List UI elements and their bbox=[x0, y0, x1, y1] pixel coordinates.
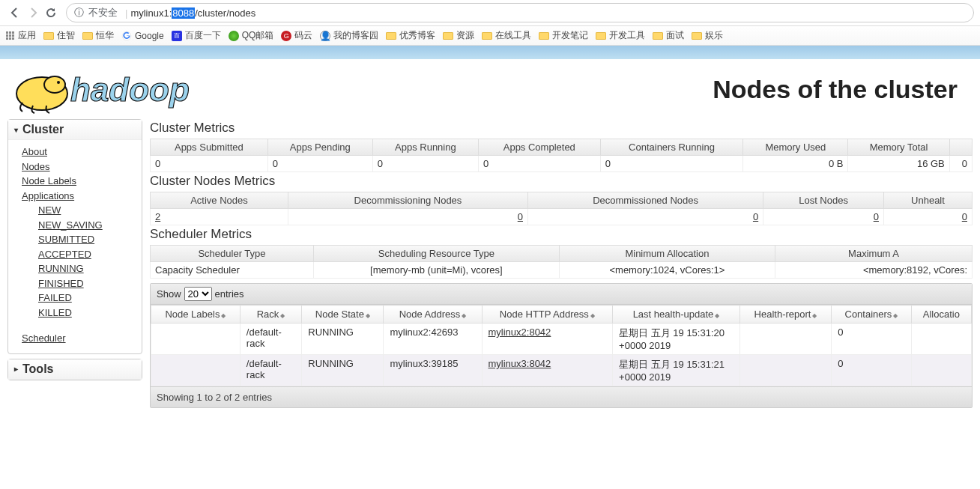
th[interactable]: Apps Completed bbox=[479, 139, 601, 156]
lost-nodes-link[interactable]: 0 bbox=[874, 211, 879, 222]
th[interactable]: Apps Submitted bbox=[150, 139, 268, 156]
hadoop-logo[interactable]: hadoop bbox=[7, 64, 232, 115]
sort-icon: ◆ bbox=[462, 312, 466, 319]
th[interactable]: Memory Total bbox=[848, 139, 949, 156]
th-containers[interactable]: Containers◆ bbox=[832, 306, 912, 324]
bookmark-item[interactable]: 住智 bbox=[43, 29, 75, 42]
url-bar[interactable]: ⓘ 不安全 | mylinux1:8088/cluster/nodes bbox=[66, 3, 974, 22]
td bbox=[151, 355, 241, 386]
bookmark-item[interactable]: 👤我的博客园 bbox=[320, 29, 378, 42]
sort-icon: ◆ bbox=[715, 312, 719, 319]
nav-link-app-finished[interactable]: FINISHED bbox=[38, 276, 136, 291]
nav-link-app-killed[interactable]: KILLED bbox=[38, 306, 136, 321]
node-http-link[interactable]: mylinux2:8042 bbox=[489, 326, 551, 338]
nav-section-tools: ▸Tools bbox=[7, 359, 142, 380]
th[interactable]: Apps Pending bbox=[268, 139, 373, 156]
td: 0 bbox=[288, 209, 528, 225]
nav-link-scheduler[interactable]: Scheduler bbox=[22, 331, 136, 346]
th[interactable]: Containers Running bbox=[601, 139, 744, 156]
th[interactable]: Decommissioning Nodes bbox=[288, 192, 528, 209]
nav-link-app-submitted[interactable]: SUBMITTED bbox=[38, 232, 136, 247]
th[interactable]: Scheduler Type bbox=[150, 245, 314, 262]
td: 0 B bbox=[743, 156, 848, 172]
nav-link-app-accepted[interactable]: ACCEPTED bbox=[38, 247, 136, 262]
th-address[interactable]: Node Address◆ bbox=[384, 306, 482, 324]
nav-link-applications[interactable]: Applications bbox=[22, 189, 136, 204]
bookmark-item[interactable]: 资源 bbox=[443, 29, 474, 42]
node-http-link[interactable]: mylinux3:8042 bbox=[489, 358, 551, 369]
sort-icon: ◆ bbox=[280, 312, 285, 319]
td bbox=[151, 324, 241, 355]
th-rack[interactable]: Rack◆ bbox=[240, 306, 301, 324]
bookmarks-bar: 应用 住智 恒华 Google 百百度一下 QQ邮箱 G码云 👤我的博客园 优秀… bbox=[0, 26, 980, 46]
bookmark-item[interactable]: 百百度一下 bbox=[172, 29, 221, 42]
datatable-footer: Showing 1 to 2 of 2 entries bbox=[151, 386, 972, 407]
nav-link-app-failed[interactable]: FAILED bbox=[38, 291, 136, 306]
th-http[interactable]: Node HTTP Address◆ bbox=[482, 306, 613, 324]
td: mylinux2:8042 bbox=[482, 324, 613, 355]
td: 2 bbox=[150, 209, 288, 225]
th-health-update[interactable]: Last health-update◆ bbox=[613, 306, 740, 324]
insecure-label: 不安全 bbox=[88, 6, 118, 19]
td: 0 bbox=[832, 355, 912, 386]
bookmark-item[interactable]: 开发笔记 bbox=[539, 29, 588, 42]
nav-link-node-labels[interactable]: Node Labels bbox=[22, 174, 136, 189]
td bbox=[739, 324, 831, 355]
th[interactable]: Minimum Allocation bbox=[560, 245, 775, 262]
bookmark-item[interactable]: Google bbox=[121, 31, 164, 41]
entries-label: entries bbox=[215, 288, 244, 300]
nav-link-nodes[interactable]: Nodes bbox=[22, 160, 136, 174]
td: <memory:8192, vCores: bbox=[775, 262, 973, 279]
td: RUNNING bbox=[302, 324, 384, 355]
decommed-nodes-link[interactable]: 0 bbox=[753, 211, 758, 222]
th[interactable]: Apps Running bbox=[373, 139, 479, 156]
th[interactable]: Lost Nodes bbox=[763, 192, 884, 209]
th[interactable]: Maximum A bbox=[775, 245, 973, 262]
page-title: Nodes of the cluster bbox=[232, 75, 973, 104]
forward-button[interactable] bbox=[24, 4, 42, 22]
decom-nodes-link[interactable]: 0 bbox=[518, 211, 523, 222]
bookmark-item[interactable]: 娱乐 bbox=[692, 29, 723, 42]
nav-link-app-running[interactable]: RUNNING bbox=[38, 261, 136, 276]
bookmark-item[interactable]: 开发工具 bbox=[596, 29, 645, 42]
sky-banner bbox=[0, 46, 980, 59]
active-nodes-link[interactable]: 2 bbox=[155, 211, 160, 222]
scheduler-metrics-table: Scheduler Type Scheduling Resource Type … bbox=[150, 245, 973, 279]
th[interactable]: Memory Used bbox=[743, 139, 848, 156]
th-node-labels[interactable]: Node Labels◆ bbox=[151, 306, 241, 324]
nav-head-tools[interactable]: ▸Tools bbox=[8, 359, 142, 380]
svg-point-3 bbox=[57, 81, 60, 84]
th[interactable] bbox=[950, 139, 973, 156]
nav-link-about[interactable]: About bbox=[22, 145, 136, 160]
page-size-select[interactable]: 20 bbox=[184, 287, 212, 301]
svg-point-2 bbox=[44, 76, 65, 93]
th[interactable]: Decommissioned Nodes bbox=[528, 192, 763, 209]
reload-button[interactable] bbox=[42, 4, 60, 22]
section-title-cluster-metrics: Cluster Metrics bbox=[150, 121, 973, 136]
bookmark-item[interactable]: 恒华 bbox=[82, 29, 114, 42]
th-state[interactable]: Node State◆ bbox=[302, 306, 384, 324]
th[interactable]: Active Nodes bbox=[150, 192, 288, 209]
bookmark-item[interactable]: 面试 bbox=[653, 29, 684, 42]
td bbox=[911, 355, 971, 386]
td: 0 bbox=[268, 156, 373, 172]
nav-link-app-new-saving[interactable]: NEW_SAVING bbox=[38, 218, 136, 233]
th-health-report[interactable]: Health-report◆ bbox=[739, 306, 831, 324]
td bbox=[739, 355, 831, 386]
url-sep: | bbox=[125, 7, 127, 19]
info-icon: ⓘ bbox=[74, 6, 84, 19]
th[interactable]: Scheduling Resource Type bbox=[314, 245, 560, 262]
apps-shortcut[interactable]: 应用 bbox=[6, 29, 36, 42]
nav-link-app-new[interactable]: NEW bbox=[38, 203, 136, 218]
nav-head-cluster[interactable]: ▾Cluster bbox=[8, 120, 142, 140]
back-button[interactable] bbox=[6, 4, 24, 22]
bookmark-item[interactable]: 优秀博客 bbox=[386, 29, 435, 42]
th-allocation[interactable]: Allocatio bbox=[911, 306, 971, 324]
td: Capacity Scheduler bbox=[150, 262, 314, 279]
unhealthy-nodes-link[interactable]: 0 bbox=[962, 211, 967, 222]
th[interactable]: Unhealt bbox=[884, 192, 973, 209]
td: 0 bbox=[601, 156, 744, 172]
bookmark-item[interactable]: 在线工具 bbox=[482, 29, 531, 42]
bookmark-item[interactable]: G码云 bbox=[281, 29, 312, 42]
bookmark-item[interactable]: QQ邮箱 bbox=[229, 29, 274, 42]
